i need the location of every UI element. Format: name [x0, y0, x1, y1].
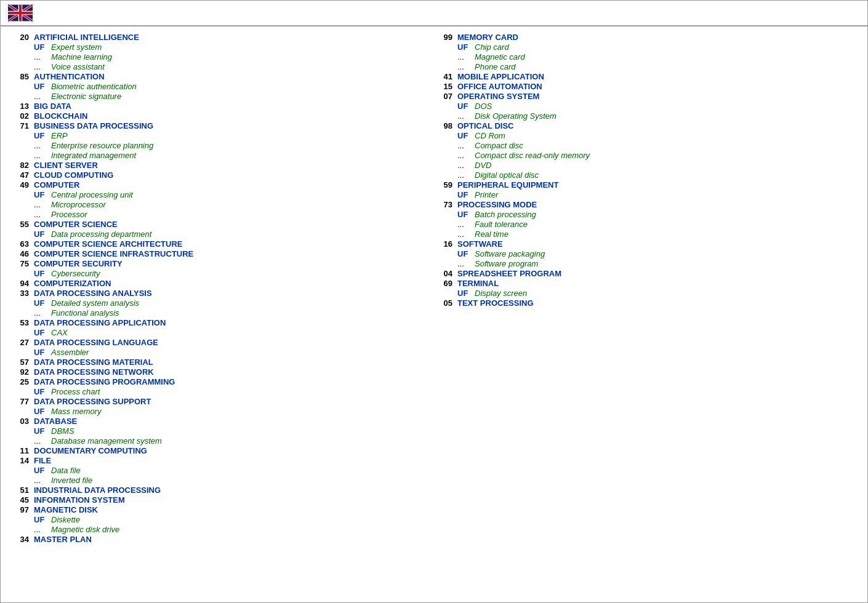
sub-entry: UF Central processing unit: [10, 190, 422, 199]
entry-num: 34: [10, 535, 29, 544]
entry: 27DATA PROCESSING LANGUAGE: [10, 338, 422, 347]
sub-entry: ... Magnetic disk drive: [10, 525, 422, 534]
entry: 59PERIPHERAL EQUIPMENT: [434, 180, 845, 190]
sub-entry: ... Software program: [434, 259, 845, 268]
sub-label: Display screen: [475, 289, 527, 298]
entry-label: MASTER PLAN: [34, 535, 92, 544]
entry-label: DATA PROCESSING PROGRAMMING: [34, 377, 175, 386]
entry: 75COMPUTER SECURITY: [10, 259, 422, 268]
sub-entry: ... Functional analysis: [10, 308, 422, 317]
sub-label: Data processing department: [51, 230, 151, 239]
sub-label: CAX: [51, 328, 68, 337]
sub-prefix: UF: [34, 269, 51, 278]
entry-label: BLOCKCHAIN: [34, 111, 87, 121]
sub-entry: ... Microprocessor: [10, 200, 422, 209]
sub-prefix: UF: [34, 407, 51, 416]
entry: 69TERMINAL: [434, 279, 845, 288]
sub-prefix2: ...: [457, 161, 475, 170]
entry-num: 85: [10, 72, 29, 81]
entry-label: DATA PROCESSING SUPPORT: [34, 397, 151, 406]
entry-num: 71: [10, 121, 29, 130]
sub-prefix: UF: [34, 328, 51, 337]
sub-entry: UF Cybersecurity: [10, 269, 422, 278]
entry-num: 25: [10, 377, 29, 386]
sub-prefix: UF: [457, 289, 475, 298]
entry: 03DATABASE: [10, 417, 422, 426]
entry-num: 99: [434, 33, 452, 42]
sub-entry: UF Mass memory: [10, 407, 422, 416]
entry: 34MASTER PLAN: [10, 535, 422, 544]
sub-entry: ... Compact disc read-only memory: [434, 151, 845, 160]
sub-entry: ... Disk Operating System: [434, 111, 845, 121]
sub-label: Batch processing: [475, 210, 536, 219]
sub-entry: UF Batch processing: [434, 210, 845, 219]
entry-num: 14: [10, 456, 29, 465]
sub-prefix: UF: [34, 82, 51, 91]
right-column: 99MEMORY CARDUF Chip card... Magnetic ca…: [434, 33, 858, 545]
entry-label: DATA PROCESSING APPLICATION: [34, 318, 166, 327]
sub-label: Expert system: [51, 42, 102, 52]
sub-entry: ... Compact disc: [434, 141, 845, 150]
sub-prefix2: ...: [34, 308, 51, 317]
sub-prefix: UF: [34, 348, 51, 357]
sub-entry: UF DOS: [434, 102, 845, 111]
sub-entry: UF ERP: [10, 131, 422, 140]
entry-label: CLOUD COMPUTING: [34, 170, 113, 180]
sub-label2: Software program: [475, 259, 538, 268]
sub-label2: Magnetic disk drive: [51, 525, 119, 534]
entry: 63COMPUTER SCIENCE ARCHITECTURE: [10, 239, 422, 249]
sub-label: CD Rom: [475, 131, 505, 140]
sub-prefix2: ...: [34, 436, 51, 445]
entry: 25DATA PROCESSING PROGRAMMING: [10, 377, 422, 386]
sub-label: DOS: [475, 102, 492, 111]
entry: 11DOCUMENTARY COMPUTING: [10, 446, 422, 455]
sub-entry: ... Phone card: [434, 62, 845, 71]
sub-prefix2: ...: [457, 230, 475, 239]
entry: 51INDUSTRIAL DATA PROCESSING: [10, 485, 422, 495]
sub-prefix: UF: [34, 298, 51, 308]
sub-prefix2: ...: [34, 525, 51, 534]
sub-prefix: UF: [34, 190, 51, 199]
entry-label: PERIPHERAL EQUIPMENT: [457, 180, 558, 190]
sub-prefix2: ...: [457, 220, 475, 229]
sub-label: Chip card: [475, 42, 509, 52]
sub-prefix: UF: [34, 426, 51, 436]
entry-label: INDUSTRIAL DATA PROCESSING: [34, 485, 161, 495]
sub-label2: Digital optical disc: [475, 170, 539, 180]
entry-label: CLIENT SERVER: [34, 161, 98, 170]
entry-label: DATA PROCESSING ANALYSIS: [34, 289, 152, 298]
entry-num: 41: [434, 72, 452, 81]
entry-num: 98: [434, 121, 452, 130]
entry-label: COMPUTER SCIENCE ARCHITECTURE: [34, 239, 182, 249]
entry-label: MEMORY CARD: [457, 33, 518, 42]
sub-label2: Real time: [475, 230, 508, 239]
entry-label: AUTHENTICATION: [34, 72, 105, 81]
entry: 07OPERATING SYSTEM: [434, 92, 845, 101]
entry: 49COMPUTER: [10, 180, 422, 190]
sub-label: Detailed system analysis: [51, 298, 139, 308]
sub-entry: ... Database management system: [10, 436, 422, 445]
sub-entry: ... Real time: [434, 230, 845, 239]
sub-prefix2: ...: [457, 111, 475, 121]
entry-label: DATA PROCESSING LANGUAGE: [34, 338, 158, 347]
entry-num: 47: [10, 170, 29, 180]
entry-label: DATABASE: [34, 417, 77, 426]
entry: 14FILE: [10, 456, 422, 465]
entry-num: 82: [10, 161, 29, 170]
sub-entry: UF Printer: [434, 190, 845, 199]
entry-num: 04: [434, 269, 452, 278]
sub-prefix2: ...: [457, 62, 475, 71]
sub-prefix2: ...: [457, 151, 475, 160]
entry-label: SOFTWARE: [457, 239, 503, 249]
entry-label: MAGNETIC DISK: [34, 505, 98, 514]
sub-entry: ... Machine learning: [10, 52, 422, 62]
entry-label: OPERATING SYSTEM: [457, 92, 539, 101]
entry-num: 11: [10, 446, 29, 455]
entry-num: 15: [434, 82, 452, 91]
uk-flag: [8, 4, 33, 22]
sub-prefix2: ...: [457, 141, 475, 150]
entry-label: BUSINESS DATA PROCESSING: [34, 121, 153, 130]
entry: 46COMPUTER SCIENCE INFRASTRUCTURE: [10, 249, 422, 258]
entry-num: 94: [10, 279, 29, 288]
sub-prefix2: ...: [457, 170, 475, 180]
